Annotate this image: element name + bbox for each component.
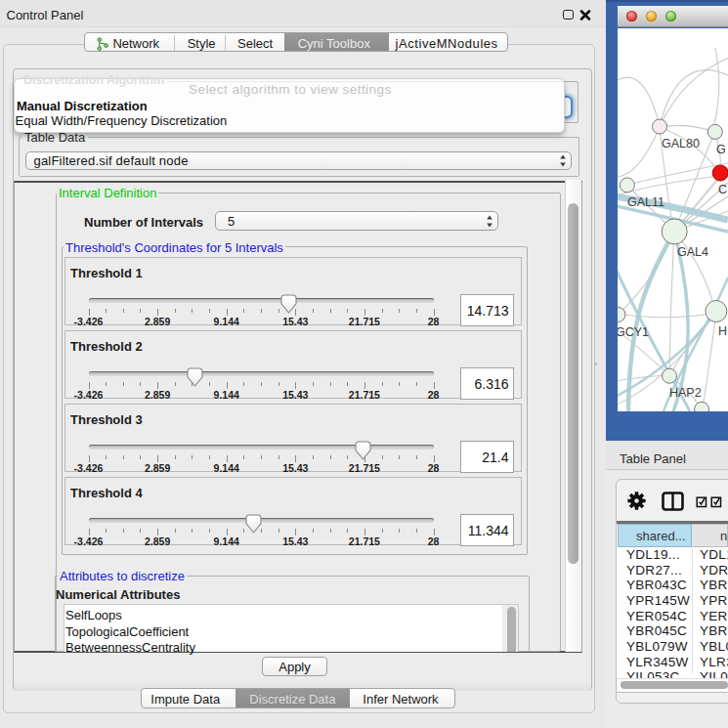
svg-text:HAP2: HAP2 (669, 386, 702, 400)
svg-text:G: G (716, 143, 726, 156)
svg-text:C: C (718, 183, 727, 196)
svg-text:GAL11: GAL11 (627, 195, 664, 209)
svg-text:GAL4: GAL4 (677, 245, 708, 259)
svg-text:GCY1: GCY1 (618, 325, 649, 339)
svg-text:H: H (718, 324, 727, 338)
svg-text:GAL80: GAL80 (662, 137, 700, 150)
